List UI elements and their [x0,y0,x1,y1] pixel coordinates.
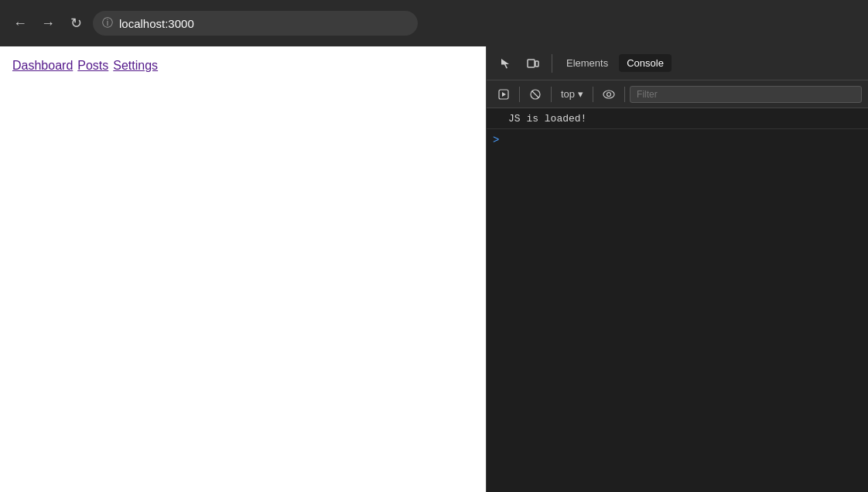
webpage-content: Dashboard Posts Settings [0,46,486,492]
prompt-chevron: > [493,134,499,146]
svg-rect-0 [528,60,535,67]
nav-dashboard[interactable]: Dashboard [12,59,73,73]
toolbar-divider [552,54,552,73]
info-icon: ⓘ [102,16,113,30]
log-message: JS is loaded! [508,113,586,125]
console-toolbar-divider2 [551,87,552,102]
devtools-panel: Elements Console top ▾ [486,46,868,492]
devtools-toolbar: Elements Console [487,46,868,80]
context-selector[interactable]: top ▾ [556,87,588,101]
console-toolbar: top ▾ [487,80,868,108]
context-label: top [561,88,575,100]
console-output: JS is loaded! > [487,108,868,492]
console-log-line: JS is loaded! [487,111,868,128]
clear-console-button[interactable] [525,84,546,105]
tab-elements[interactable]: Elements [559,54,616,72]
nav-posts[interactable]: Posts [77,59,108,73]
back-button[interactable]: ← [9,12,31,34]
dropdown-chevron-icon: ▾ [578,88,583,100]
filter-input[interactable] [630,86,862,103]
svg-point-6 [603,91,614,98]
svg-line-5 [532,91,539,97]
forward-button[interactable]: → [37,12,59,34]
svg-point-7 [607,92,611,96]
console-prompt[interactable]: > [487,128,868,150]
address-bar[interactable]: ⓘ localhost:3000 [93,11,418,36]
console-input[interactable] [504,134,862,145]
svg-rect-1 [535,61,538,67]
svg-marker-3 [502,92,506,97]
console-toolbar-divider3 [593,87,593,102]
console-toolbar-divider [519,87,520,102]
browser-chrome: ← → ↻ ⓘ localhost:3000 [0,0,868,46]
nav-links: Dashboard Posts Settings [12,59,473,73]
play-button[interactable] [493,84,514,105]
console-toolbar-divider4 [624,87,625,102]
eye-icon-button[interactable] [598,84,620,105]
tab-console[interactable]: Console [619,54,672,72]
nav-settings[interactable]: Settings [113,59,158,73]
inspect-element-button[interactable] [493,51,518,76]
main-area: Dashboard Posts Settings Elements [0,46,868,492]
url-text: localhost:3000 [119,17,194,30]
reload-button[interactable]: ↻ [65,12,87,34]
device-toggle-button[interactable] [521,51,545,76]
